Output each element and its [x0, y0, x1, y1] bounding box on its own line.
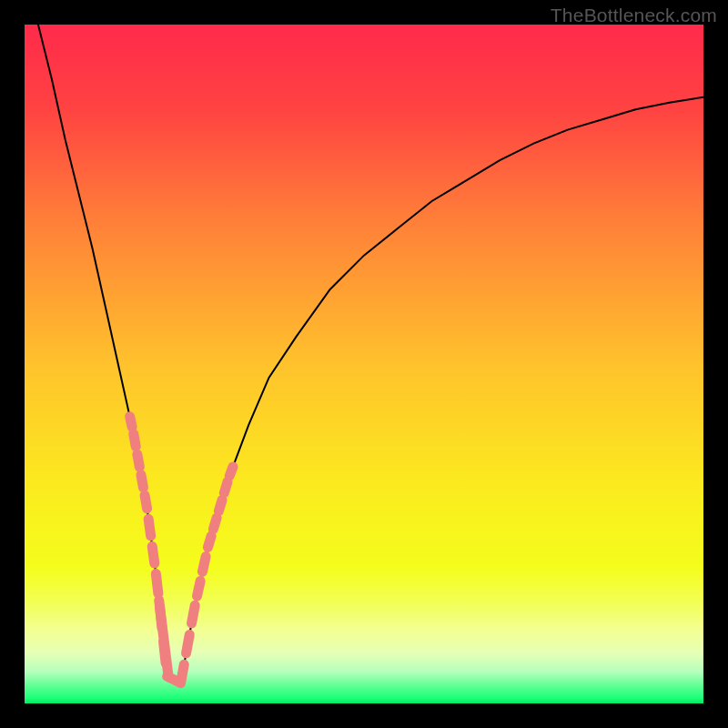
curve-layer	[25, 25, 703, 703]
bead	[229, 467, 233, 476]
bead	[202, 557, 206, 572]
bead	[218, 500, 222, 511]
bead	[167, 676, 179, 682]
bead	[130, 417, 133, 427]
plot-area	[25, 25, 703, 703]
bead	[197, 581, 200, 596]
bead-markers	[130, 417, 233, 683]
bead	[159, 601, 168, 677]
bottleneck-curve	[38, 25, 703, 683]
watermark-text: TheBottleneck.com	[551, 5, 717, 26]
bead	[187, 634, 190, 652]
bead	[134, 434, 136, 447]
bead	[224, 481, 228, 492]
bead	[141, 475, 144, 488]
bead	[145, 495, 147, 509]
bead	[148, 519, 151, 536]
bead	[213, 518, 217, 529]
bead	[137, 454, 140, 467]
bead	[156, 574, 158, 594]
bead	[192, 605, 196, 623]
bead	[152, 546, 155, 563]
bead	[207, 536, 211, 547]
chart-frame: TheBottleneck.com	[0, 0, 728, 728]
